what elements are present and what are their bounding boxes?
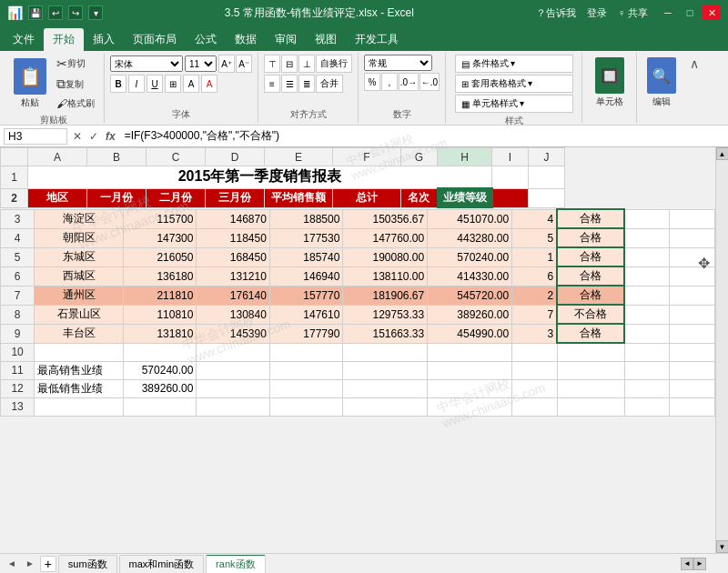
table-cell[interactable]: 7: [512, 305, 558, 324]
table-cell[interactable]: [123, 397, 196, 416]
table-cell[interactable]: [624, 397, 670, 416]
cell-j2[interactable]: [529, 188, 565, 207]
cell-j1[interactable]: [529, 166, 565, 189]
tab-developer[interactable]: 开发工具: [346, 28, 408, 51]
table-cell[interactable]: [624, 209, 670, 228]
table-cell[interactable]: 8: [1, 305, 35, 324]
increase-font-btn[interactable]: A⁺: [218, 55, 235, 73]
table-cell[interactable]: 合格: [557, 228, 624, 247]
table-cell[interactable]: 150356.67: [343, 209, 428, 228]
table-cell[interactable]: [343, 361, 428, 379]
table-cell[interactable]: 朝阳区: [35, 228, 124, 247]
spreadsheet-title[interactable]: 2015年第一季度销售报表: [28, 166, 492, 189]
row-2-header[interactable]: 2: [1, 188, 28, 207]
table-cell[interactable]: [512, 379, 558, 397]
table-cell[interactable]: 1: [512, 247, 558, 266]
table-cell[interactable]: 131810: [123, 324, 196, 343]
table-cell[interactable]: [123, 343, 196, 361]
cell-style-btn[interactable]: ▦单元格样式 ▾: [455, 95, 573, 113]
table-cell[interactable]: 454990.00: [428, 324, 512, 343]
table-cell[interactable]: 5: [512, 228, 558, 247]
table-cell[interactable]: 211810: [123, 286, 196, 305]
table-cell[interactable]: 13: [1, 397, 35, 416]
table-cell[interactable]: 130840: [197, 305, 269, 324]
scroll-tabs-right[interactable]: ►: [22, 558, 38, 568]
table-cell[interactable]: 4: [512, 209, 558, 228]
table-cell[interactable]: 188500: [269, 209, 342, 228]
table-cell[interactable]: 3: [512, 324, 558, 343]
table-cell[interactable]: 丰台区: [35, 324, 124, 343]
share-btn[interactable]: ♀ 共享: [618, 6, 648, 20]
cell-i2[interactable]: [492, 188, 529, 207]
table-cell[interactable]: 7: [1, 286, 35, 305]
table-cell[interactable]: [624, 305, 670, 324]
col-a[interactable]: A: [28, 148, 87, 166]
table-cell[interactable]: [35, 343, 124, 361]
login-btn[interactable]: 登录: [587, 6, 607, 20]
formula-input[interactable]: [121, 130, 724, 143]
confirm-icon[interactable]: ✓: [87, 128, 100, 145]
align-top-btn[interactable]: ⊤: [264, 55, 280, 73]
underline-btn[interactable]: U: [147, 75, 163, 93]
table-cell[interactable]: 185740: [269, 247, 342, 266]
table-cell[interactable]: [670, 228, 715, 247]
edit-btn[interactable]: 🔍 编辑: [642, 55, 681, 111]
table-cell[interactable]: 190080.00: [343, 247, 428, 266]
table-cell[interactable]: 145390: [197, 324, 269, 343]
table-cell[interactable]: [197, 343, 269, 361]
table-cell[interactable]: [624, 324, 670, 343]
tab-formula[interactable]: 公式: [186, 28, 226, 51]
table-cell[interactable]: 海淀区: [35, 209, 124, 228]
table-cell[interactable]: [670, 397, 715, 416]
table-cell[interactable]: 2: [512, 286, 558, 305]
table-cell[interactable]: [624, 286, 670, 305]
table-cell[interactable]: [624, 247, 670, 266]
header-avg[interactable]: 平均销售额: [265, 188, 333, 207]
tab-data[interactable]: 数据: [226, 28, 266, 51]
sheet-tab-sum[interactable]: sum函数: [58, 555, 117, 573]
table-cell[interactable]: 12: [1, 379, 35, 397]
font-color-btn[interactable]: A: [201, 75, 217, 93]
scroll-track-v[interactable]: [716, 160, 729, 540]
table-cell[interactable]: 157770: [269, 286, 342, 305]
align-bottom-btn[interactable]: ⊥: [298, 55, 315, 73]
col-g[interactable]: G: [401, 148, 438, 166]
decrease-decimal-btn[interactable]: ←.0: [420, 73, 440, 91]
table-cell[interactable]: 147760.00: [343, 228, 428, 247]
table-cell[interactable]: [557, 379, 624, 397]
table-cell[interactable]: 11: [1, 361, 35, 379]
close-btn[interactable]: ✕: [703, 5, 721, 20]
undo-btn[interactable]: ↩: [48, 5, 63, 20]
scroll-h-left[interactable]: ◄: [681, 558, 693, 570]
quick-access-more[interactable]: ▾: [88, 5, 103, 20]
ribbon-collapse[interactable]: ∧: [686, 53, 703, 123]
align-right-btn[interactable]: ≣: [298, 75, 315, 93]
table-cell[interactable]: [343, 379, 428, 397]
minimize-btn[interactable]: ─: [659, 5, 677, 20]
cell-i1[interactable]: [492, 166, 529, 189]
header-jan[interactable]: 一月份: [87, 188, 147, 207]
increase-decimal-btn[interactable]: .0→: [399, 73, 419, 91]
align-center-btn[interactable]: ☰: [281, 75, 298, 93]
col-j[interactable]: J: [529, 148, 565, 166]
table-cell[interactable]: 216050: [123, 247, 196, 266]
table-cell[interactable]: 146870: [197, 209, 269, 228]
col-e[interactable]: E: [265, 148, 333, 166]
table-cell[interactable]: 6: [512, 266, 558, 286]
table-cell[interactable]: 389260.00: [123, 379, 196, 397]
cell-btn[interactable]: 🔲 单元格: [591, 55, 629, 111]
table-cell[interactable]: 389260.00: [428, 305, 512, 324]
table-cell[interactable]: 177790: [269, 324, 342, 343]
decrease-font-btn[interactable]: A⁻: [236, 55, 252, 73]
table-cell[interactable]: 西城区: [35, 266, 124, 286]
conditional-format-btn[interactable]: ▤条件格式 ▾: [455, 55, 573, 73]
table-cell[interactable]: [269, 379, 342, 397]
table-cell[interactable]: 115700: [123, 209, 196, 228]
table-cell[interactable]: 合格: [557, 324, 624, 343]
table-cell[interactable]: [670, 305, 715, 324]
table-cell[interactable]: [670, 324, 715, 343]
tab-home[interactable]: 开始: [44, 28, 84, 51]
font-family-select[interactable]: 宋体: [110, 55, 183, 72]
name-box[interactable]: [4, 128, 67, 145]
table-cell[interactable]: 6: [1, 266, 35, 286]
